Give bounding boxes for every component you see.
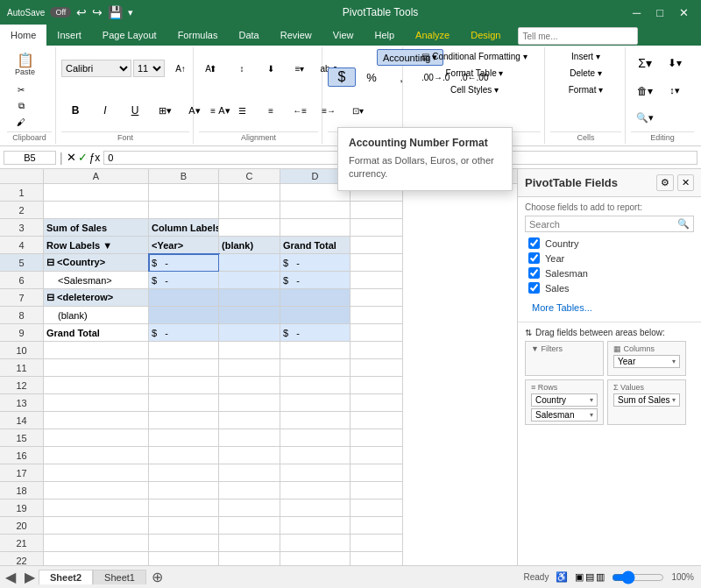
cell-e11[interactable] [350, 359, 403, 377]
cell-d6[interactable]: $ - [280, 272, 350, 289]
cell-c15[interactable] [219, 429, 280, 447]
row-num-11[interactable]: 11 [0, 359, 43, 377]
more-tables-link[interactable]: More Tables... [525, 299, 694, 316]
align-right-button[interactable]: ≡ [257, 103, 285, 118]
maximize-button[interactable]: □ [651, 4, 669, 21]
delete-button[interactable]: Delete ▾ [550, 66, 621, 81]
cell-e2[interactable] [350, 202, 403, 219]
tab-review[interactable]: Review [270, 25, 322, 46]
field-year-checkbox[interactable] [528, 252, 540, 264]
cell-d20[interactable] [280, 517, 350, 535]
cell-a11[interactable] [44, 359, 149, 377]
cell-styles-button[interactable]: Cell Styles ▾ [408, 82, 541, 97]
format-button[interactable]: Format ▾ [550, 82, 621, 97]
cell-b21[interactable] [149, 535, 219, 552]
cell-d14[interactable] [280, 412, 350, 429]
format-table-button[interactable]: Format Table ▾ [408, 66, 541, 81]
col-header-a[interactable]: A [44, 169, 149, 183]
row-num-2[interactable]: 2 [0, 202, 43, 219]
save-icon[interactable]: 💾 [108, 5, 123, 19]
increase-font-button[interactable]: A↑ [166, 62, 195, 75]
cell-c19[interactable] [219, 499, 280, 517]
cell-b20[interactable] [149, 517, 219, 535]
pivot-search-input[interactable] [529, 219, 674, 230]
redo-icon[interactable]: ↪ [92, 5, 103, 19]
row-num-12[interactable]: 12 [0, 377, 43, 394]
cell-d9[interactable]: $ - [280, 324, 350, 342]
columns-year-chip[interactable]: Year ▾ [613, 355, 680, 368]
cell-a17[interactable] [44, 464, 149, 482]
tell-me-input[interactable] [518, 27, 638, 45]
insert-function-button[interactable]: ƒx [89, 151, 101, 164]
cell-b18[interactable] [149, 482, 219, 499]
cell-b2[interactable] [149, 202, 219, 219]
cell-e8[interactable] [350, 307, 403, 324]
row-num-21[interactable]: 21 [0, 535, 43, 552]
undo-icon[interactable]: ↩ [76, 5, 87, 19]
cell-d8[interactable] [280, 307, 350, 324]
cell-c12[interactable] [219, 377, 280, 394]
cell-e14[interactable] [350, 412, 403, 429]
bold-button[interactable]: B [61, 102, 89, 119]
cell-d3[interactable] [280, 219, 350, 237]
cell-b9[interactable]: $ - [149, 324, 219, 342]
tab-insert[interactable]: Insert [46, 25, 92, 46]
percent-button[interactable]: % [358, 68, 386, 87]
row-num-5[interactable]: 5 [0, 254, 43, 272]
cell-c3[interactable] [219, 219, 280, 237]
cell-a9[interactable]: Grand Total [44, 324, 149, 342]
cell-e5[interactable] [350, 254, 403, 272]
cell-e17[interactable] [350, 464, 403, 482]
cell-e13[interactable] [350, 394, 403, 412]
cell-c18[interactable] [219, 482, 280, 499]
cell-a7[interactable]: ⊟ <deleterow> [44, 289, 149, 307]
cell-e16[interactable] [350, 447, 403, 464]
cell-c1[interactable] [219, 184, 280, 202]
copy-button[interactable]: ⧉ [7, 98, 35, 114]
tab-formulas[interactable]: Formulas [167, 25, 229, 46]
page-break-view-button[interactable]: ▥ [596, 571, 605, 583]
align-center-button[interactable]: ☰ [228, 103, 256, 118]
close-button[interactable]: ✕ [674, 4, 694, 21]
row-num-13[interactable]: 13 [0, 394, 43, 412]
row-num-3[interactable]: 3 [0, 219, 43, 237]
tab-home[interactable]: Home [0, 25, 46, 46]
cell-a6[interactable]: <Salesman> [44, 272, 149, 289]
field-country-checkbox[interactable] [528, 237, 540, 249]
cell-c17[interactable] [219, 464, 280, 482]
cell-d15[interactable] [280, 429, 350, 447]
sheet-tab-sheet2[interactable]: Sheet2 [39, 570, 93, 584]
cell-c9[interactable] [219, 324, 280, 342]
accounting-button[interactable]: $ [328, 67, 356, 87]
font-size-select[interactable]: 11 [133, 60, 165, 77]
clear-button[interactable]: 🗑▾ [631, 82, 659, 100]
cell-e15[interactable] [350, 429, 403, 447]
cell-a8[interactable]: (blank) [44, 307, 149, 324]
cell-a18[interactable] [44, 482, 149, 499]
cell-e6[interactable] [350, 272, 403, 289]
cell-b13[interactable] [149, 394, 219, 412]
cell-a16[interactable] [44, 447, 149, 464]
cell-a19[interactable] [44, 499, 149, 517]
cell-e4[interactable] [350, 237, 403, 254]
row-num-7[interactable]: 7 [0, 289, 43, 307]
sum-button[interactable]: Σ▾ [631, 53, 659, 73]
cell-a10[interactable] [44, 342, 149, 359]
font-name-select[interactable]: Calibri [61, 60, 131, 77]
cell-a2[interactable] [44, 202, 149, 219]
cell-c14[interactable] [219, 412, 280, 429]
align-middle-button[interactable]: ↕ [228, 61, 256, 76]
minimize-button[interactable]: ─ [627, 4, 646, 21]
cell-e3[interactable] [350, 219, 403, 237]
values-sum-chip[interactable]: Sum of Sales ▾ [613, 393, 680, 407]
cell-b8[interactable] [149, 307, 219, 324]
cell-c5[interactable] [219, 254, 280, 272]
row-num-1[interactable]: 1 [0, 184, 43, 202]
name-box[interactable] [4, 151, 56, 165]
cell-b15[interactable] [149, 429, 219, 447]
cut-button[interactable]: ✂ [7, 82, 35, 97]
row-num-16[interactable]: 16 [0, 447, 43, 464]
cell-e12[interactable] [350, 377, 403, 394]
cell-e20[interactable] [350, 517, 403, 535]
cell-d7[interactable] [280, 289, 350, 307]
